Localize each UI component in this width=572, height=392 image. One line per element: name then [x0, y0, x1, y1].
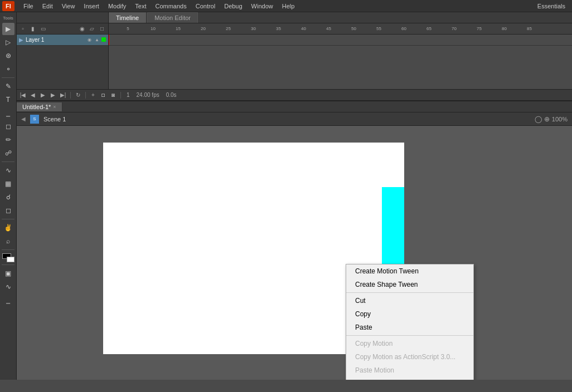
ctx-create-shape-tween[interactable]: Create Shape Tween: [346, 278, 473, 291]
tool-divider-5: [2, 264, 14, 265]
eye-icon[interactable]: ◉: [78, 25, 86, 33]
snap-tool[interactable]: ▣: [2, 267, 14, 280]
loop-btn[interactable]: ↻: [74, 91, 82, 99]
play-btn[interactable]: ▶: [39, 91, 47, 99]
content-area: Timeline Motion Editor ▫ ▮ ▭ ◉ ▱ □ 5 10: [17, 12, 572, 380]
time-display: 0.0s: [164, 92, 179, 98]
zoom-in-icon[interactable]: ⊕: [544, 115, 550, 123]
ctx-paste-motion-special[interactable]: Paste Motion Special...: [346, 377, 473, 380]
menu-file[interactable]: File: [19, 2, 38, 11]
canvas-area[interactable]: Create Motion Tween Create Shape Tween C…: [17, 126, 572, 380]
new-layer-icon[interactable]: ▫: [19, 25, 27, 33]
zoom-out-icon[interactable]: ◯: [535, 115, 542, 123]
footer-sep-1: [70, 92, 71, 99]
zoom-tool[interactable]: ⌕: [2, 235, 14, 247]
ctx-copy-motion[interactable]: Copy Motion: [346, 337, 473, 350]
document-tab[interactable]: Untitled-1* ×: [17, 102, 62, 111]
ctx-copy[interactable]: Copy: [346, 307, 473, 321]
menu-commands[interactable]: Commands: [151, 2, 191, 11]
pen-tool[interactable]: ✎: [2, 80, 14, 92]
menu-bar: Fl File Edit View Insert Modify Text Com…: [0, 0, 572, 12]
transform-tool[interactable]: ⊛: [2, 50, 14, 62]
menu-window[interactable]: Window: [247, 2, 278, 11]
menu-control[interactable]: Control: [191, 2, 220, 11]
ctx-copy-motion-as[interactable]: Copy Motion as ActionScript 3.0...: [346, 350, 473, 364]
fill-color[interactable]: [7, 257, 14, 262]
rect-tool[interactable]: ◻: [2, 120, 14, 133]
onion-outline-btn[interactable]: ◙: [109, 91, 117, 99]
smooth-tool[interactable]: ∿: [2, 281, 14, 293]
doc-tab-name: Untitled-1*: [22, 104, 51, 110]
scene-name: Scene 1: [43, 116, 66, 122]
brush-tool[interactable]: ☍: [2, 147, 14, 159]
ctx-copy-label: Copy: [355, 310, 371, 318]
ctx-paste[interactable]: Paste: [346, 321, 473, 334]
fill-tool[interactable]: ▦: [2, 178, 14, 190]
scene-icon: S: [30, 115, 39, 124]
panel-tab-bar: Timeline Motion Editor: [17, 12, 572, 23]
frame-number: 1: [124, 92, 132, 98]
main-layout: Tools ▶ ▷ ⊛ ⚬ ✎ T ⎯ ◻ ✏ ☍ ∿ ▦ ☌ ◻ ✌ ⌕ ▣ …: [0, 12, 572, 380]
delete-layer-icon[interactable]: ▭: [39, 25, 47, 33]
ctx-create-motion-tween[interactable]: Create Motion Tween: [346, 264, 473, 278]
frames-area[interactable]: [109, 35, 572, 89]
ctx-cut-label: Cut: [355, 297, 366, 305]
step-fwd-btn[interactable]: ▶: [49, 91, 57, 99]
menu-insert[interactable]: Insert: [79, 2, 104, 11]
tab-motion-editor[interactable]: Motion Editor: [147, 12, 198, 23]
freexform-tool[interactable]: ∿: [2, 164, 14, 177]
fps-display: 24.00 fps: [134, 92, 162, 98]
go-first-btn[interactable]: |◀: [19, 91, 27, 99]
menu-text[interactable]: Text: [130, 2, 151, 11]
context-menu: Create Motion Tween Create Shape Tween C…: [346, 264, 474, 380]
straighten-tool[interactable]: ⎯: [2, 294, 14, 306]
timeline-header: ▫ ▮ ▭ ◉ ▱ □ 5 10 15 20 25 30 35: [17, 23, 572, 35]
app-logo: Fl: [2, 1, 14, 11]
layer-controls: ◉ ▲: [86, 37, 106, 42]
tool-divider-2: [2, 161, 14, 162]
layer-row[interactable]: ▶ Layer 1 ◉ ▲: [17, 35, 108, 46]
outline-icon[interactable]: □: [98, 25, 106, 33]
onion-skin-btn[interactable]: ◘: [99, 91, 107, 99]
ctx-copy-motion-label: Copy Motion: [355, 340, 392, 347]
pencil-tool[interactable]: ✏: [2, 134, 14, 146]
ctx-create-shape-tween-label: Create Shape Tween: [355, 281, 418, 288]
menu-edit[interactable]: Edit: [38, 2, 57, 11]
line-tool[interactable]: ⎯: [2, 107, 14, 119]
color-swatches[interactable]: [2, 253, 14, 261]
layer-lock[interactable]: ▲: [94, 37, 100, 42]
ctx-paste-motion[interactable]: Paste Motion: [346, 364, 473, 377]
menu-debug[interactable]: Debug: [220, 2, 246, 11]
subselect-tool[interactable]: ▷: [2, 36, 14, 48]
hand-tool[interactable]: ✌: [2, 222, 14, 234]
breadcrumb-bar: ◀ S Scene 1 ◯ ⊕ 100%: [17, 112, 572, 126]
menu-help[interactable]: Help: [278, 2, 299, 11]
eraser-tool[interactable]: ◻: [2, 204, 14, 217]
step-back-btn[interactable]: ◀: [29, 91, 37, 99]
tools-label: Tools: [0, 14, 16, 22]
text-tool[interactable]: T: [2, 94, 14, 106]
footer-sep-2: [85, 92, 86, 99]
ctx-sep-1: [346, 292, 473, 293]
layer-icon: ▶: [19, 37, 23, 43]
tool-divider-3: [2, 219, 14, 219]
eyedrop-tool[interactable]: ☌: [2, 191, 14, 203]
doc-tab-close-btn[interactable]: ×: [53, 104, 56, 110]
select-tool[interactable]: ▶: [2, 23, 14, 35]
layer-name: Layer 1: [26, 37, 84, 43]
footer-sep-3: [120, 92, 121, 99]
nav-back-btn[interactable]: ◀: [21, 116, 26, 122]
go-last-btn[interactable]: ▶|: [59, 91, 67, 99]
menu-modify[interactable]: Modify: [104, 2, 130, 11]
layer-visibility[interactable]: ◉: [86, 37, 93, 42]
tab-timeline[interactable]: Timeline: [109, 12, 146, 23]
add-frame-btn[interactable]: +: [89, 91, 97, 99]
lasso-tool[interactable]: ⚬: [2, 63, 14, 75]
ctx-cut[interactable]: Cut: [346, 294, 473, 307]
lock-icon[interactable]: ▱: [88, 25, 96, 33]
tool-divider-4: [2, 249, 14, 250]
menu-view[interactable]: View: [57, 2, 80, 11]
new-folder-icon[interactable]: ▮: [29, 25, 37, 33]
tool-divider-1: [2, 77, 14, 78]
timeline-panel: Timeline Motion Editor ▫ ▮ ▭ ◉ ▱ □ 5 10: [17, 12, 572, 101]
